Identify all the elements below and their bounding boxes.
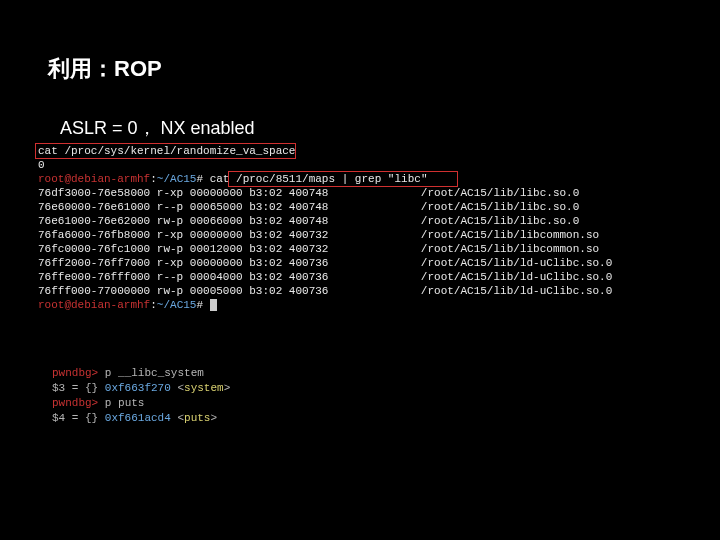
slide-root: 利用：ROP ASLR = 0， NX enabled cat /proc/sy… xyxy=(0,0,720,540)
slide-title: 利用：ROP xyxy=(48,54,162,84)
terminal-block-2: pwndbg> p __libc_system $3 = {} 0xf663f2… xyxy=(52,366,230,426)
terminal-block-1: cat /proc/sys/kernel/randomize_va_space … xyxy=(38,144,612,312)
slide-subtitle: ASLR = 0， NX enabled xyxy=(60,116,255,140)
